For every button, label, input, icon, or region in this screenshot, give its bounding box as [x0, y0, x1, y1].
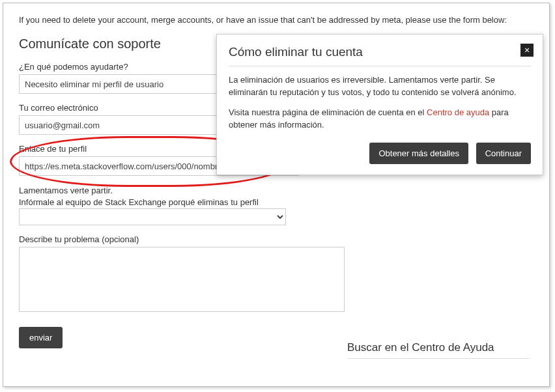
dialog-p2a: Visita nuestra página de eliminación de … — [229, 107, 427, 117]
email-input[interactable] — [19, 115, 234, 135]
details-button[interactable]: Obtener más detalles — [369, 143, 468, 164]
delete-account-dialog: × Cómo eliminar tu cuenta La eliminación… — [216, 34, 543, 175]
intro-text: If you need to delete your account, merg… — [19, 15, 534, 25]
reason-select[interactable] — [19, 208, 286, 225]
describe-textarea[interactable] — [19, 247, 345, 312]
reason-line2: Infórmale al equipo de Stack Exchange po… — [19, 197, 259, 207]
help-input[interactable] — [19, 74, 234, 94]
send-button[interactable]: enviar — [19, 327, 63, 348]
search-title: Buscar en el Centro de Ayuda — [347, 341, 530, 359]
reason-label: Lamentamos verte partir. Infórmale al eq… — [19, 185, 534, 208]
dialog-title: Cómo eliminar tu cuenta — [229, 45, 531, 66]
dialog-p1: La eliminación de usuarios es irreversib… — [229, 74, 531, 99]
reason-line1: Lamentamos verte partir. — [19, 186, 113, 195]
help-center-link[interactable]: Centro de ayuda — [427, 107, 489, 117]
close-button[interactable]: × — [520, 44, 534, 57]
dialog-p2: Visita nuestra página de eliminación de … — [229, 107, 531, 132]
describe-label: Describe tu problema (opcional) — [19, 234, 534, 244]
continue-button[interactable]: Continuar — [476, 143, 531, 164]
